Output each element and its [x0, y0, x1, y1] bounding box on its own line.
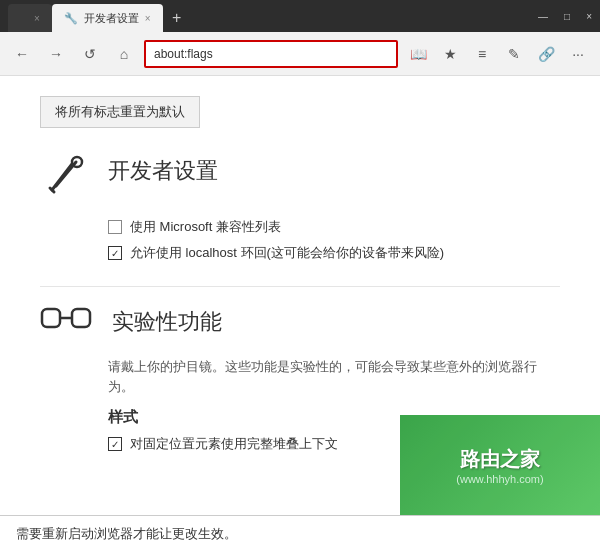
titlebar: ⠀ × 🔧 开发者设置 × + — □ × [0, 0, 600, 32]
developer-settings-section: 开发者设置 使用 Microsoft 兼容性列表 ✓ 允许使用 localhos… [40, 152, 560, 262]
sub-checkmark-icon: ✓ [111, 439, 119, 450]
tab-favicon: 🔧 [64, 12, 78, 25]
option2-checkbox[interactable]: ✓ [108, 246, 122, 260]
tab-active[interactable]: 🔧 开发者设置 × [52, 4, 163, 32]
home-button[interactable]: ⌂ [110, 40, 138, 68]
developer-settings-icon [40, 152, 88, 202]
section1-header: 开发者设置 [40, 152, 560, 202]
svg-rect-5 [72, 309, 90, 327]
tab-active-close[interactable]: × [145, 13, 151, 24]
option2-row: ✓ 允许使用 localhost 环回(这可能会给你的设备带来风险) [108, 244, 560, 262]
checkmark-icon: ✓ [111, 248, 119, 259]
section1-title: 开发者设置 [108, 152, 218, 186]
forward-button[interactable]: → [42, 40, 70, 68]
reading-view-button[interactable]: 📖 [404, 40, 432, 68]
watermark-brand: 路由之家 [460, 446, 540, 473]
titlebar-controls: — □ × [538, 11, 592, 22]
minimize-button[interactable]: — [538, 11, 548, 22]
address-text: about:flags [154, 47, 213, 61]
watermark-url: (www.hhhyh.com) [456, 473, 543, 485]
more-button[interactable]: ··· [564, 40, 592, 68]
titlebar-tabs: ⠀ × 🔧 开发者设置 × + [8, 0, 538, 32]
address-bar[interactable]: about:flags [144, 40, 398, 68]
close-button[interactable]: × [586, 11, 592, 22]
favorites-button[interactable]: ★ [436, 40, 464, 68]
tab-inactive-close[interactable]: × [34, 13, 40, 24]
sub-option1-checkbox[interactable]: ✓ [108, 437, 122, 451]
toolbar-actions: 📖 ★ ≡ ✎ 🔗 ··· [404, 40, 592, 68]
note-button[interactable]: ✎ [500, 40, 528, 68]
section1-options: 使用 Microsoft 兼容性列表 ✓ 允许使用 localhost 环回(这… [40, 218, 560, 262]
tab-inactive-label: ⠀ [20, 12, 28, 25]
section2-title: 实验性功能 [112, 303, 222, 337]
refresh-button[interactable]: ↺ [76, 40, 104, 68]
sub-option1-label: 对固定位置元素使用完整堆叠上下文 [130, 435, 338, 453]
hub-button[interactable]: ≡ [468, 40, 496, 68]
share-button[interactable]: 🔗 [532, 40, 560, 68]
tab-active-label: 开发者设置 [84, 11, 139, 26]
reset-flags-button[interactable]: 将所有标志重置为默认 [40, 96, 200, 128]
section2-header: 实验性功能 [40, 303, 560, 341]
tab-inactive[interactable]: ⠀ × [8, 4, 52, 32]
section-divider [40, 286, 560, 287]
option1-checkbox[interactable] [108, 220, 122, 234]
new-tab-button[interactable]: + [163, 4, 191, 32]
option2-label: 允许使用 localhost 环回(这可能会给你的设备带来风险) [130, 244, 444, 262]
browser-toolbar: ← → ↺ ⌂ about:flags 📖 ★ ≡ ✎ 🔗 ··· [0, 32, 600, 76]
status-bar: 需要重新启动浏览器才能让更改生效。 [0, 515, 600, 551]
back-button[interactable]: ← [8, 40, 36, 68]
status-message: 需要重新启动浏览器才能让更改生效。 [16, 525, 237, 543]
svg-rect-4 [42, 309, 60, 327]
watermark-overlay: 路由之家 (www.hhhyh.com) [400, 415, 600, 515]
option1-row: 使用 Microsoft 兼容性列表 [108, 218, 560, 236]
maximize-button[interactable]: □ [564, 11, 570, 22]
option1-label: 使用 Microsoft 兼容性列表 [130, 218, 281, 236]
experimental-icon [40, 303, 92, 341]
section2-desc: 请戴上你的护目镜。这些功能是实验性的，可能会导致某些意外的浏览器行为。 [108, 357, 560, 396]
